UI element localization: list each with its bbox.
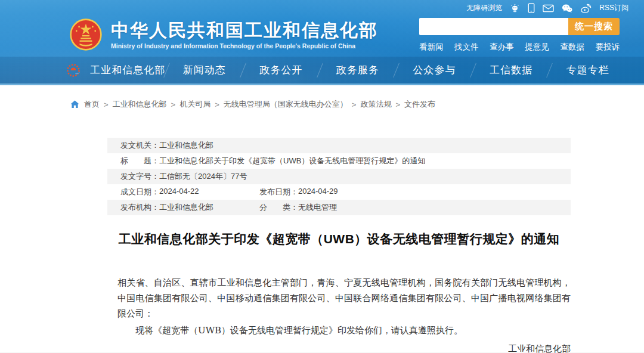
quick-link[interactable]: 提意见	[525, 42, 549, 52]
meta-value: 工业和信息化部	[159, 140, 213, 151]
site-header: 无障碍浏览 RSS订阅 中	[0, 0, 644, 85]
quick-link[interactable]: 要投诉	[595, 42, 620, 52]
home-icon[interactable]	[70, 100, 79, 109]
meta-label: 发布日期：	[259, 187, 298, 197]
breadcrumb-item[interactable]: 首页	[84, 99, 100, 110]
meta-value: 2024-04-22	[159, 187, 199, 197]
breadcrumb-item[interactable]: 机关司局	[179, 99, 210, 110]
meta-label: 分 类：	[259, 202, 298, 213]
nav-item[interactable]: 新闻动态	[166, 63, 243, 77]
topbar: 无障碍浏览 RSS订阅	[0, 0, 644, 16]
search-row: 统一搜索	[419, 18, 620, 35]
weibo-icon[interactable]	[580, 4, 592, 13]
site-title: 中华人民共和国工业和信息化部	[111, 20, 378, 41]
quick-link[interactable]: 找文件	[454, 42, 479, 52]
search-button[interactable]: 统一搜索	[568, 18, 620, 35]
mobile-icon[interactable]	[528, 3, 535, 13]
meta-cell: 发文字号：工信部无〔2024年〕77号	[120, 171, 247, 182]
breadcrumb-separator: >	[352, 100, 357, 109]
quick-link[interactable]: 查办事	[490, 42, 514, 52]
quick-link[interactable]: 看新闻	[419, 42, 444, 52]
meta-row: 发布机构：工业和信息化部分 类：无线电管理	[107, 200, 571, 215]
rss-link[interactable]: RSS订阅	[599, 3, 628, 13]
meta-value: 工业和信息化部	[159, 202, 213, 213]
body-paragraph: 现将《超宽带（UWB）设备无线电管理暂行规定》印发给你们，请认真遵照执行。	[117, 323, 571, 338]
brand: 中华人民共和国工业和信息化部 Ministry of Industry and …	[69, 18, 378, 51]
signature-block: 工业和信息化部2024年4月22日	[107, 340, 571, 353]
meta-value: 2024-04-29	[298, 187, 338, 197]
robot-icon[interactable]	[510, 3, 520, 13]
nav-item[interactable]: 专题专栏	[549, 63, 626, 77]
search-area: 统一搜索 看新闻找文件查办事提意见查数据要投诉	[419, 18, 620, 52]
breadcrumb-separator: >	[215, 100, 219, 109]
meta-value: 工信部无〔2024年〕77号	[159, 171, 247, 182]
wechat-icon[interactable]	[562, 4, 572, 13]
national-emblem-icon	[69, 18, 103, 51]
meta-row: 成文日期：2024-04-22发布日期：2024-04-29	[107, 184, 571, 200]
breadcrumb-item[interactable]: 工业和信息化部	[113, 99, 167, 110]
breadcrumb: 首页>工业和信息化部>机关司局>无线电管理局（国家无线电办公室）>政策法规>文件…	[0, 85, 644, 110]
breadcrumb-item: 文件发布	[404, 99, 435, 110]
meta-row: 发文机关：工业和信息化部	[107, 138, 571, 153]
brand-text: 中华人民共和国工业和信息化部 Ministry of Industry and …	[111, 20, 378, 49]
meta-label: 成文日期：	[120, 187, 159, 197]
meta-cell: 成文日期：2024-04-22	[120, 187, 259, 197]
meta-row: 发文字号：工信部无〔2024年〕77号	[107, 169, 571, 184]
meta-cell: 标 题：工业和信息化部关于印发《超宽带（UWB）设备无线电管理暂行规定》的通知	[120, 156, 425, 166]
meta-label: 发文字号：	[120, 171, 159, 182]
meta-value: 无线电管理	[298, 202, 337, 213]
bottom-divider	[0, 352, 644, 352]
main-nav: 工业和信息化部新闻动态政务公开政务服务公众参与工信数据专题专栏	[0, 57, 644, 85]
meta-table: 发文机关：工业和信息化部标 题：工业和信息化部关于印发《超宽带（UWB）设备无线…	[107, 138, 571, 215]
page: 无障碍浏览 RSS订阅 中	[0, 0, 644, 353]
meta-row: 标 题：工业和信息化部关于印发《超宽带（UWB）设备无线电管理暂行规定》的通知	[107, 153, 571, 169]
nav-item[interactable]: 工信数据	[473, 63, 550, 77]
document-title: 工业和信息化部关于印发《超宽带（UWB）设备无线电管理暂行规定》的通知	[107, 231, 571, 247]
nav-item[interactable]: 政务公开	[243, 63, 320, 77]
meta-label: 标 题：	[120, 156, 159, 166]
document-body: 相关省、自治区、直辖市工业和信息化主管部门，青海、宁夏无线电管理机构，国务院有关…	[107, 275, 571, 338]
meta-cell: 发布日期：2024-04-29	[259, 187, 338, 197]
accessibility-link[interactable]: 无障碍浏览	[466, 3, 502, 13]
signature-line: 工业和信息化部	[107, 340, 571, 353]
body-paragraph: 相关省、自治区、直辖市工业和信息化主管部门，青海、宁夏无线电管理机构，国务院有关…	[117, 275, 571, 321]
breadcrumb-item[interactable]: 政策法规	[360, 99, 391, 110]
meta-value: 工业和信息化部关于印发《超宽带（UWB）设备无线电管理暂行规定》的通知	[159, 156, 425, 166]
meta-label: 发布机构：	[120, 202, 159, 213]
quick-links: 看新闻找文件查办事提意见查数据要投诉	[419, 42, 620, 52]
meta-cell: 发布机构：工业和信息化部	[120, 202, 259, 213]
meta-cell: 分 类：无线电管理	[259, 202, 337, 213]
nav-item[interactable]: 工业和信息化部	[89, 63, 166, 77]
meta-cell: 发文机关：工业和信息化部	[120, 140, 213, 151]
nav-item[interactable]: 公众参与	[396, 63, 473, 77]
breadcrumb-separator: >	[104, 100, 109, 109]
search-input[interactable]	[419, 18, 568, 35]
header-main: 中华人民共和国工业和信息化部 Ministry of Industry and …	[0, 16, 644, 52]
meta-label: 发文机关：	[120, 140, 159, 151]
mail-icon[interactable]	[543, 4, 554, 13]
quick-link[interactable]: 查数据	[560, 42, 584, 52]
breadcrumb-separator: >	[395, 100, 400, 109]
miit-logo-icon	[66, 62, 82, 79]
document-content: 发文机关：工业和信息化部标 题：工业和信息化部关于印发《超宽带（UWB）设备无线…	[107, 138, 571, 353]
nav-item[interactable]: 政务服务	[320, 63, 397, 77]
breadcrumb-separator: >	[171, 100, 176, 109]
site-title-en: Ministry of Industry and Information Tec…	[111, 42, 378, 49]
breadcrumb-item[interactable]: 无线电管理局（国家无线电办公室）	[224, 99, 348, 110]
